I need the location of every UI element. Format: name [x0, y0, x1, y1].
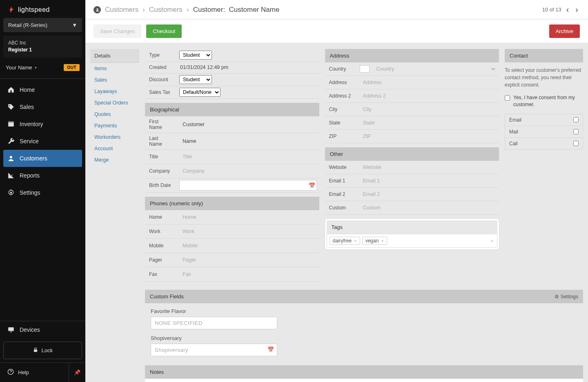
- pref-call-checkbox[interactable]: [573, 141, 579, 146]
- address2-input[interactable]: [360, 91, 497, 101]
- subnav-merge[interactable]: Merge: [90, 154, 139, 166]
- question-icon: [7, 369, 14, 376]
- subnav-items[interactable]: Items: [90, 63, 139, 74]
- main-nav: Home Sales Inventory Service Customers R…: [0, 78, 85, 321]
- country-select[interactable]: Country: [373, 64, 497, 74]
- phone-home-input[interactable]: [179, 212, 317, 222]
- title-input[interactable]: [179, 151, 317, 162]
- website-input[interactable]: [360, 162, 497, 173]
- subnav-details[interactable]: Details: [90, 49, 139, 63]
- zip-input[interactable]: [360, 131, 497, 142]
- pager-text: 10 of 13: [542, 7, 561, 13]
- checkout-button[interactable]: Checkout: [146, 24, 182, 38]
- address2-label: Address 2: [325, 91, 358, 101]
- state-input[interactable]: [360, 118, 497, 128]
- favorite-flavor-label: Favorite Flavor: [151, 308, 577, 314]
- first-name-label: First Name: [145, 116, 177, 133]
- monitor-icon: [7, 326, 15, 333]
- out-badge[interactable]: OUT: [64, 64, 80, 71]
- tags-panel: Tags dairyfree× vegan× ×: [325, 219, 499, 249]
- nav-service[interactable]: Service: [0, 133, 85, 150]
- lock-button[interactable]: Lock: [3, 342, 82, 359]
- clear-tags-icon[interactable]: ×: [490, 238, 494, 244]
- address-input[interactable]: [360, 77, 497, 88]
- lock-label: Lock: [42, 347, 53, 353]
- svg-rect-4: [8, 327, 14, 331]
- nav-label: Sales: [20, 104, 34, 110]
- email2-label: Email 2: [325, 189, 358, 200]
- phone-pager-input[interactable]: [179, 255, 317, 265]
- help-label: Help: [18, 369, 29, 375]
- custom-input[interactable]: [360, 202, 497, 213]
- archive-button[interactable]: Archive: [549, 24, 580, 38]
- chevron-down-icon: ▾: [35, 65, 37, 70]
- subnav-payments[interactable]: Payments: [90, 120, 139, 131]
- nav-customers[interactable]: Customers: [3, 150, 82, 167]
- nav-devices[interactable]: Devices: [0, 321, 85, 338]
- notes-heading: Notes: [145, 365, 583, 379]
- custom-fields-settings[interactable]: ⚙Settings: [555, 294, 578, 300]
- nav-label: Settings: [20, 189, 40, 196]
- email2-input[interactable]: [360, 189, 497, 200]
- company-input[interactable]: [179, 166, 317, 176]
- notes-textarea[interactable]: [145, 379, 583, 382]
- discount-select[interactable]: Student: [179, 75, 212, 84]
- nav-home[interactable]: Home: [0, 81, 85, 98]
- phone-fax-label: Fax: [145, 269, 177, 280]
- salestax-label: Sales Tax: [145, 87, 177, 98]
- pref-mail: Mail: [505, 126, 583, 138]
- breadcrumb-link-2[interactable]: Customers: [149, 6, 183, 14]
- nav-label: Devices: [20, 326, 40, 333]
- pin-button[interactable]: 📌: [69, 363, 85, 382]
- salestax-select[interactable]: Default/None: [179, 88, 220, 97]
- consent-label: Yes, I have consent from my customer.: [513, 94, 583, 108]
- phone-pager-label: Pager: [145, 255, 177, 265]
- subnav-account[interactable]: Account: [90, 143, 139, 154]
- city-input[interactable]: [360, 104, 497, 115]
- consent-checkbox[interactable]: [505, 95, 510, 101]
- lightspeed-flame-icon: [7, 6, 16, 14]
- shop-info: ABC Inc Register 1: [3, 36, 82, 58]
- tags-input-area[interactable]: dairyfree× vegan× ×: [327, 234, 498, 248]
- birth-date-input[interactable]: [179, 180, 317, 191]
- consent-row[interactable]: Yes, I have consent from my customer.: [505, 93, 583, 114]
- shop-selector-label: Retail (R-Series): [8, 22, 47, 28]
- shopiversary-input[interactable]: [151, 344, 277, 356]
- remove-tag-icon[interactable]: ×: [381, 238, 383, 243]
- chevron-right-icon: ›: [187, 6, 189, 14]
- pager-prev[interactable]: ‹: [565, 5, 571, 14]
- nav-label: Home: [20, 87, 35, 93]
- breadcrumb-link-1[interactable]: Customers: [105, 6, 138, 14]
- nav-reports[interactable]: Reports: [0, 167, 85, 184]
- nav-label: Inventory: [20, 121, 43, 127]
- first-name-input[interactable]: [179, 119, 317, 130]
- phone-fax-input[interactable]: [179, 269, 317, 280]
- user-icon: [7, 155, 15, 162]
- shop-selector[interactable]: Retail (R-Series) ▼: [3, 18, 82, 32]
- remove-tag-icon[interactable]: ×: [354, 238, 356, 243]
- help-button[interactable]: Help: [0, 363, 69, 382]
- favorite-flavor-input[interactable]: [151, 317, 277, 329]
- address-heading: Address: [325, 49, 499, 62]
- subnav-sales[interactable]: Sales: [90, 74, 139, 86]
- logo: lightspeed: [0, 0, 85, 18]
- email1-input[interactable]: [360, 175, 497, 186]
- last-name-input[interactable]: [179, 136, 317, 147]
- pref-email-checkbox[interactable]: [573, 117, 579, 122]
- type-select[interactable]: Student: [179, 51, 212, 60]
- nav-inventory[interactable]: Inventory: [0, 115, 85, 133]
- user-circle-icon: [94, 6, 101, 13]
- subnav-quotes[interactable]: Quotes: [90, 109, 139, 120]
- subnav-layaways[interactable]: Layaways: [90, 86, 139, 97]
- phone-work-input[interactable]: [179, 226, 317, 237]
- user-menu[interactable]: Your Name ▾: [6, 64, 37, 71]
- pager-next[interactable]: ›: [574, 5, 580, 14]
- nav-sales[interactable]: Sales: [0, 98, 85, 115]
- pref-mail-checkbox[interactable]: [573, 129, 579, 134]
- subnav-workorders[interactable]: Workorders: [90, 131, 139, 143]
- phone-mobile-input[interactable]: [179, 240, 317, 251]
- shopiversary-label: Shopiversary: [151, 335, 577, 341]
- subnav-special-orders[interactable]: Special Orders: [90, 97, 139, 109]
- nav-settings[interactable]: Settings: [0, 184, 85, 201]
- created-value: 01/31/2024 12:49 pm: [177, 62, 232, 73]
